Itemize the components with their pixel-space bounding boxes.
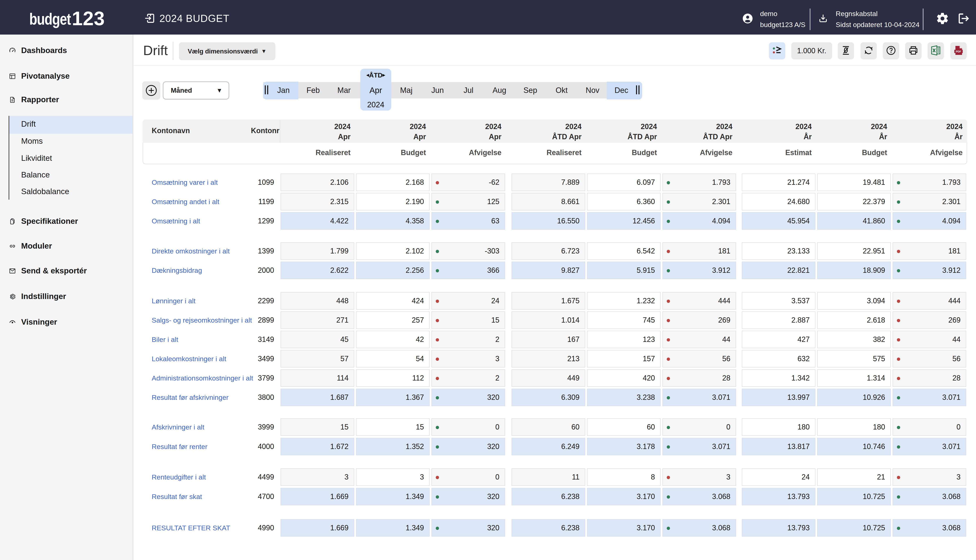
svg-text:1: 1 (72, 8, 83, 27)
svg-text:2: 2 (83, 8, 93, 27)
svg-text:PDF: PDF (956, 50, 961, 53)
svg-text:3: 3 (94, 8, 105, 27)
